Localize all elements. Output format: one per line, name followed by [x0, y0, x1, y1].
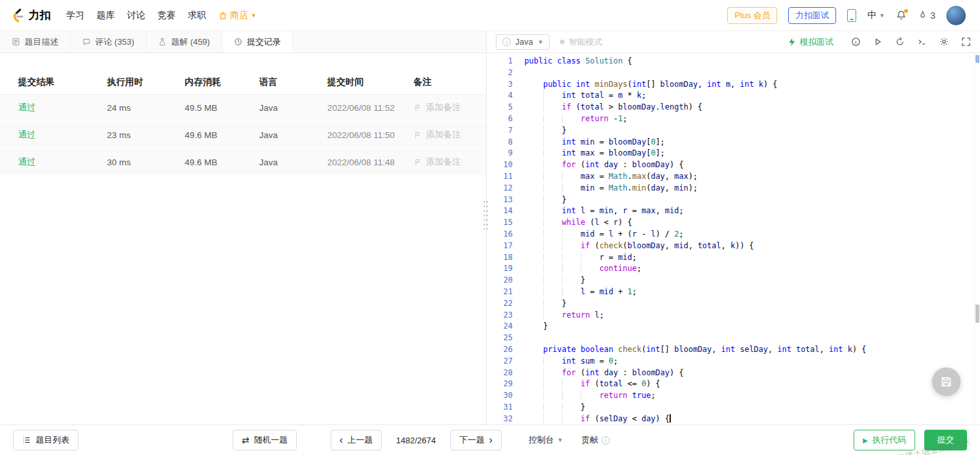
settings-gear-icon[interactable]: [939, 37, 949, 47]
table-row[interactable]: 通过30 ms49.6 MBJava2022/06/08 11:48添加备注: [0, 149, 486, 176]
nav-item-learn[interactable]: 学习: [66, 10, 84, 21]
editor-panel: i Java ▼ 智能模式 模拟面试: [487, 31, 980, 425]
code-line[interactable]: 25: [487, 332, 980, 344]
code-line[interactable]: 30 return true;: [487, 390, 980, 402]
table-row[interactable]: 通过23 ms49.6 MBJava2022/06/08 11:50添加备注: [0, 122, 486, 149]
streak-counter[interactable]: 3: [918, 10, 935, 21]
nav-item-problems[interactable]: 题库: [97, 10, 115, 21]
mobile-app-icon[interactable]: [847, 9, 856, 22]
console-toggle[interactable]: 控制台 ▼: [529, 434, 563, 446]
shuffle-icon: ⇄: [242, 435, 250, 445]
flask-icon: [158, 38, 167, 46]
top-navbar: 力扣 学习 题库 讨论 竞赛 求职 商店 ▼: [0, 0, 980, 31]
line-number: 7: [487, 125, 513, 137]
submit-button[interactable]: 提交: [924, 430, 967, 450]
code-line[interactable]: 23 return l;: [487, 310, 980, 321]
code-line[interactable]: 17 if (check(bloomDay, mid, total, k)) {: [487, 240, 980, 252]
code-line[interactable]: 32 if (selDay < day) {: [487, 414, 980, 425]
code-line[interactable]: 11 max = Math.max(day, max);: [487, 171, 980, 183]
code-line[interactable]: 7 }: [487, 125, 980, 137]
code-line[interactable]: 24 }: [487, 321, 980, 332]
submission-result-link[interactable]: 通过: [18, 156, 107, 168]
tab-description[interactable]: 题目描述: [0, 31, 71, 52]
tab-solutions[interactable]: 题解 (459): [146, 31, 222, 52]
avatar[interactable]: [946, 6, 966, 25]
submission-runtime: 30 ms: [107, 158, 185, 167]
random-problem-button[interactable]: ⇄ 随机一题: [233, 430, 297, 450]
add-note-button[interactable]: 添加备注: [414, 129, 468, 141]
code-line[interactable]: 10 for (int day : bloomDay) {: [487, 159, 980, 171]
save-button[interactable]: [932, 368, 961, 396]
terminal-icon[interactable]: [917, 37, 927, 47]
info-icon[interactable]: [851, 37, 861, 47]
nav-item-discuss[interactable]: 讨论: [127, 10, 145, 21]
submission-result-link[interactable]: 通过: [18, 129, 107, 141]
code-line[interactable]: 6 return -1;: [487, 113, 980, 125]
plus-member-button[interactable]: Plus 会员: [727, 7, 777, 24]
code-line[interactable]: 2: [487, 67, 980, 79]
next-problem-button[interactable]: 下一题 ›: [450, 430, 502, 450]
line-number: 25: [487, 332, 513, 344]
save-icon: [940, 375, 953, 388]
code-line[interactable]: 9 int max = bloomDay[0];: [487, 148, 980, 159]
language-select[interactable]: i Java ▼: [496, 34, 550, 50]
submissions-table: 提交结果 执行用时 内存消耗 语言 提交时间 备注 通过24 ms49.5 MB…: [0, 53, 486, 176]
tab-label: 评论 (353): [95, 36, 134, 48]
contribute-button[interactable]: 贡献 i: [581, 434, 610, 446]
editor-toolbar: i Java ▼ 智能模式 模拟面试: [487, 31, 980, 53]
code-editor[interactable]: 1public class Solution {23 public int mi…: [487, 53, 980, 425]
code-line[interactable]: 14 int l = min, r = max, mid;: [487, 205, 980, 217]
fullscreen-icon[interactable]: [961, 37, 971, 47]
line-number: 20: [487, 275, 513, 286]
code-line[interactable]: 12 min = Math.min(day, min);: [487, 183, 980, 194]
tab-comments[interactable]: 评论 (353): [71, 31, 146, 52]
nav-item-store[interactable]: 商店 ▼: [218, 10, 257, 21]
scrollbar-thumb[interactable]: [975, 305, 979, 323]
submission-result-link[interactable]: 通过: [18, 102, 107, 113]
notification-bell-icon[interactable]: [896, 10, 907, 21]
line-number: 11: [487, 171, 513, 183]
col-header-note: 备注: [414, 76, 468, 88]
code-line[interactable]: 18 r = mid;: [487, 252, 980, 264]
code-line[interactable]: 8 int min = bloomDay[0];: [487, 137, 980, 148]
code-line[interactable]: 1public class Solution {: [487, 56, 980, 67]
code-line[interactable]: 4 int total = m * k;: [487, 90, 980, 102]
nav-item-jobs[interactable]: 求职: [188, 10, 206, 21]
comment-icon: [82, 38, 91, 46]
code-line[interactable]: 16 mid = l + (r - l) / 2;: [487, 229, 980, 240]
code-line[interactable]: 19 continue;: [487, 263, 980, 275]
code-line[interactable]: 28 for (int day : bloomDay) {: [487, 368, 980, 379]
code-line[interactable]: 13 }: [487, 194, 980, 206]
leetcode-interview-button[interactable]: 力扣面试: [788, 7, 836, 24]
code-line[interactable]: 20 }: [487, 275, 980, 286]
line-number: 23: [487, 310, 513, 321]
code-line[interactable]: 15 while (l < r) {: [487, 217, 980, 229]
problem-list-button[interactable]: 题目列表: [13, 430, 78, 450]
prev-problem-button[interactable]: ‹ 上一题: [331, 430, 382, 450]
code-line[interactable]: 3 public int minDays(int[] bloomDay, int…: [487, 79, 980, 91]
nav-item-contest[interactable]: 竞赛: [158, 10, 176, 21]
code-line[interactable]: 27 int sum = 0;: [487, 356, 980, 368]
tab-submissions[interactable]: 提交记录: [222, 31, 293, 52]
run-code-button[interactable]: ▶ 执行代码: [854, 430, 915, 450]
table-row[interactable]: 通过24 ms49.5 MBJava2022/06/08 11:52添加备注: [0, 95, 486, 122]
editor-scrollbar[interactable]: [974, 53, 980, 425]
add-note-button[interactable]: 添加备注: [414, 102, 468, 113]
col-header-memory: 内存消耗: [185, 76, 259, 88]
code-line[interactable]: 29 if (total <= 0) {: [487, 379, 980, 390]
reset-icon[interactable]: [895, 37, 905, 47]
language-switcher[interactable]: 中 ▼: [867, 10, 885, 21]
play-icon[interactable]: [873, 37, 883, 47]
smart-mode-indicator[interactable]: 智能模式: [560, 36, 602, 48]
tab-label: 题解 (459): [171, 36, 210, 48]
code-line[interactable]: 21 l = mid + 1;: [487, 286, 980, 298]
add-note-button[interactable]: 添加备注: [414, 156, 468, 168]
code-line[interactable]: 5 if (total > bloomDay.length) {: [487, 102, 980, 113]
submission-time: 2022/06/08 11:50: [327, 130, 414, 140]
code-line[interactable]: 31 }: [487, 402, 980, 414]
code-line[interactable]: 26 private boolean check(int[] bloomDay,…: [487, 344, 980, 356]
code-line[interactable]: 22 }: [487, 298, 980, 310]
mock-interview-button[interactable]: 模拟面试: [788, 36, 834, 48]
document-icon: [12, 38, 20, 46]
leetcode-logo[interactable]: 力扣: [10, 7, 51, 23]
